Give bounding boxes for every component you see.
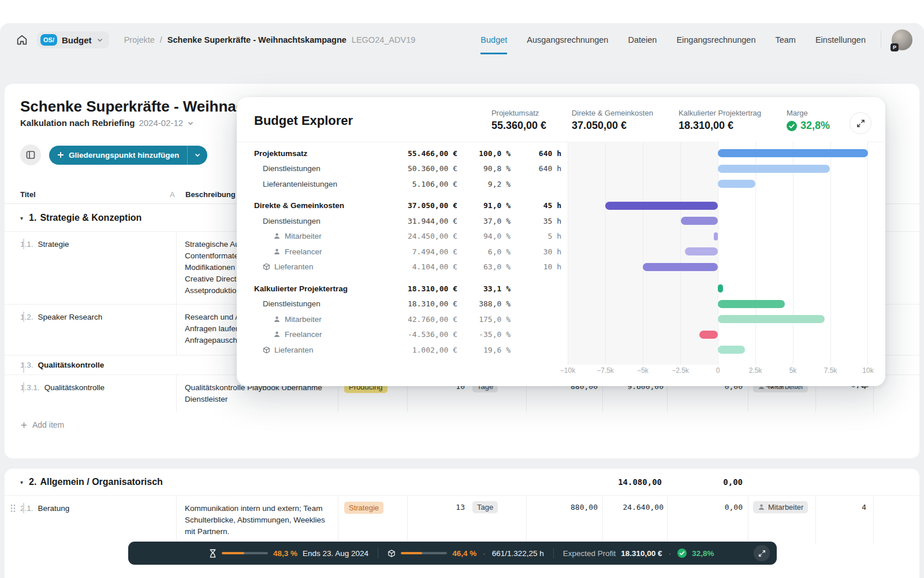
cube-icon bbox=[263, 263, 270, 271]
statusbar-expand-button[interactable] bbox=[754, 545, 770, 561]
budget-row-lieferantenleistungen[interactable]: Lieferantenleistungen5.106,00 €9,2 % bbox=[254, 176, 561, 191]
expected-profit: Expected Profit 18.310,00 € · 32,8% bbox=[563, 549, 714, 558]
calculation-date: 2024-02-12 bbox=[139, 118, 183, 128]
bar-mitarbeiter bbox=[714, 232, 718, 240]
budget-explorer-modal: Budget Explorer Projektumsatz55.360,00 €… bbox=[237, 97, 885, 386]
time-progress-pct: 48,3 % bbox=[273, 549, 297, 558]
os-badge: OS/ bbox=[40, 34, 57, 46]
breadcrumb-root[interactable]: Projekte bbox=[124, 35, 155, 45]
budget-row-projektumsatz[interactable]: Projektumsatz55.466,00 €100,0 %640 h bbox=[254, 146, 561, 161]
statusbar-divider bbox=[553, 548, 554, 558]
budget-row-direkte-gemeinkosten[interactable]: Direkte & Gemeinkosten37.050,00 €91,0 %4… bbox=[254, 198, 561, 213]
dot-separator: · bbox=[669, 549, 672, 558]
breadcrumb: Projekte / Schenke Superkräfte - Weihnac… bbox=[124, 35, 416, 45]
budget-row-mitarbeiter[interactable]: Mitarbeiter24.450,00 €94,0 %5 h bbox=[254, 229, 561, 244]
bar-lieferantenleistungen bbox=[718, 180, 755, 188]
section-header-2[interactable]: ▾2.Allgemein / Organisatorisch14.080,000… bbox=[5, 469, 919, 495]
drag-handle-icon[interactable] bbox=[10, 504, 16, 513]
stat-kalkulierter-projektertrag: Kalkulierter Projektertrag18.310,00 € bbox=[679, 109, 761, 132]
expected-profit-label: Expected Profit bbox=[563, 549, 616, 558]
budget-row-lieferanten[interactable]: Lieferanten1.002,00 €19,6 % bbox=[254, 342, 561, 357]
tab-ausgangsrechnungen[interactable]: Ausgangsrechnungen bbox=[527, 25, 608, 54]
budget-row-mitarbeiter[interactable]: Mitarbeiter42.760,00 €175,0 % bbox=[254, 312, 561, 327]
budget-row-freelancer[interactable]: Freelancer7.494,00 €6,0 %30 h bbox=[254, 244, 561, 259]
tab-budget[interactable]: Budget bbox=[480, 25, 507, 54]
tab-team[interactable]: Team bbox=[775, 25, 795, 54]
dot-separator: · bbox=[483, 549, 486, 558]
hourglass-icon bbox=[209, 549, 217, 558]
budget-row-dienstleistungen[interactable]: Dienstleistungen50.360,00 €90,8 %640 h bbox=[254, 161, 561, 176]
tab-eingangsrechnungen[interactable]: Eingangsrechnungen bbox=[676, 25, 755, 54]
bar-mitarbeiter bbox=[718, 315, 825, 323]
end-date: Ends 23. Aug 2024 bbox=[303, 549, 368, 558]
hours-progress-track bbox=[401, 552, 447, 554]
chevron-down-icon bbox=[187, 120, 194, 127]
home-button[interactable] bbox=[12, 29, 32, 50]
status-badge[interactable]: Strategie bbox=[344, 502, 383, 514]
row-description: Kommunikation intern und extern; TeamSch… bbox=[176, 496, 338, 544]
budget-row-dienstleistungen[interactable]: Dienstleistungen31.944,00 €37,0 %35 h bbox=[254, 213, 561, 228]
x-tick: 5k bbox=[789, 366, 797, 375]
x-tick: 2.5k bbox=[749, 366, 762, 375]
person-icon bbox=[273, 248, 281, 255]
calculation-label: Kalkulation nach Rebriefing bbox=[20, 118, 135, 128]
stat-marge: Marge32,8% bbox=[787, 109, 830, 132]
collapse-caret-icon: ▾ bbox=[20, 479, 23, 486]
modal-expand-button[interactable] bbox=[850, 112, 871, 134]
budget-row-freelancer[interactable]: Freelancer-4.536,00 €-35,0 % bbox=[254, 327, 561, 342]
avatar[interactable]: P bbox=[892, 29, 912, 50]
margin-pct: 32,8% bbox=[692, 549, 714, 558]
bar-lieferanten bbox=[643, 263, 718, 271]
expected-profit-value: 18.310,00 € bbox=[621, 549, 662, 558]
nav-tabs: BudgetAusgangsrechnungenDateienEingangsr… bbox=[480, 25, 866, 54]
bar-dienstleistungen bbox=[681, 217, 718, 225]
outline-row-21[interactable]: 2.1.BeratungKommunikation intern und ext… bbox=[5, 495, 919, 544]
column-titel[interactable]: Titel bbox=[20, 190, 36, 199]
section-total: 14.080,00 bbox=[618, 477, 662, 487]
chevron-down-icon bbox=[96, 36, 103, 43]
budget-row-kalkulierter-projektertrag[interactable]: Kalkulierter Projektertrag18.310,00 €33,… bbox=[254, 281, 561, 296]
time-progress-track bbox=[222, 552, 268, 554]
stat-direkte-gemeinkosten: Direkte & Gemeinkosten37.050,00 € bbox=[572, 109, 653, 132]
hours-progress-pct: 46,4 % bbox=[452, 549, 476, 558]
section-extra-total: 0,00 bbox=[723, 477, 743, 487]
outline-table-section-2: ▾2.Allgemein / Organisatorisch14.080,000… bbox=[5, 469, 919, 544]
x-tick: −7.5k bbox=[597, 366, 614, 375]
bar-kalkulierter-projektertrag bbox=[718, 284, 723, 292]
modal-stats: Projektumsatz55.360,00 €Direkte & Gemein… bbox=[491, 109, 830, 132]
plus-icon bbox=[20, 421, 28, 429]
plus-icon bbox=[57, 151, 65, 159]
top-navigation: OS/ Budget Projekte / Schenke Superkräft… bbox=[0, 23, 924, 57]
add-item-button[interactable]: Add item bbox=[5, 412, 919, 436]
person-icon bbox=[273, 316, 281, 323]
x-tick: 10k bbox=[862, 366, 873, 375]
calculation-selector[interactable]: Kalkulation nach Rebriefing 2024-02-12 bbox=[20, 118, 194, 128]
tab-dateien[interactable]: Dateien bbox=[628, 25, 657, 54]
budget-row-lieferanten[interactable]: Lieferanten4.104,00 €63,0 %10 h bbox=[254, 260, 561, 275]
app-switcher[interactable]: OS/ Budget bbox=[37, 31, 109, 49]
add-outline-item-split-button[interactable]: Gliederungspunkt hinzufügen bbox=[49, 146, 207, 165]
project-code: LEGO24_ADV19 bbox=[352, 35, 415, 45]
budget-bar-chart bbox=[568, 142, 868, 365]
breadcrumb-project[interactable]: Schenke Superkräfte - Weihnachtskampagne bbox=[167, 35, 346, 45]
cube-icon bbox=[388, 549, 396, 558]
bar-dienstleistungen bbox=[718, 165, 830, 173]
bar-projektumsatz bbox=[718, 149, 868, 157]
resource-badge[interactable]: Mitarbeiter bbox=[753, 501, 808, 513]
hours-used: 661/1.322,25 h bbox=[492, 549, 544, 558]
x-tick: −2.5k bbox=[672, 366, 689, 375]
bar-dienstleistungen bbox=[718, 300, 785, 308]
tab-einstellungen[interactable]: Einstellungen bbox=[815, 25, 866, 54]
add-options-chevron[interactable] bbox=[187, 146, 207, 165]
person-icon bbox=[273, 232, 281, 240]
add-outline-item-label: Gliederungspunkt hinzufügen bbox=[69, 151, 179, 160]
column-beschreibung[interactable]: Beschreibung bbox=[185, 190, 236, 199]
person-icon bbox=[273, 331, 281, 338]
toolbar: Gliederungspunkt hinzufügen bbox=[20, 144, 207, 165]
budget-row-dienstleistungen[interactable]: Dienstleistungen18.310,00 €388,0 % bbox=[254, 297, 561, 312]
sort-indicator[interactable]: A bbox=[170, 190, 175, 199]
toggle-sidebar-button[interactable] bbox=[20, 144, 41, 165]
x-tick: −5k bbox=[637, 366, 649, 375]
cube-icon bbox=[263, 346, 270, 354]
stat-projektumsatz: Projektumsatz55.360,00 € bbox=[491, 109, 546, 132]
